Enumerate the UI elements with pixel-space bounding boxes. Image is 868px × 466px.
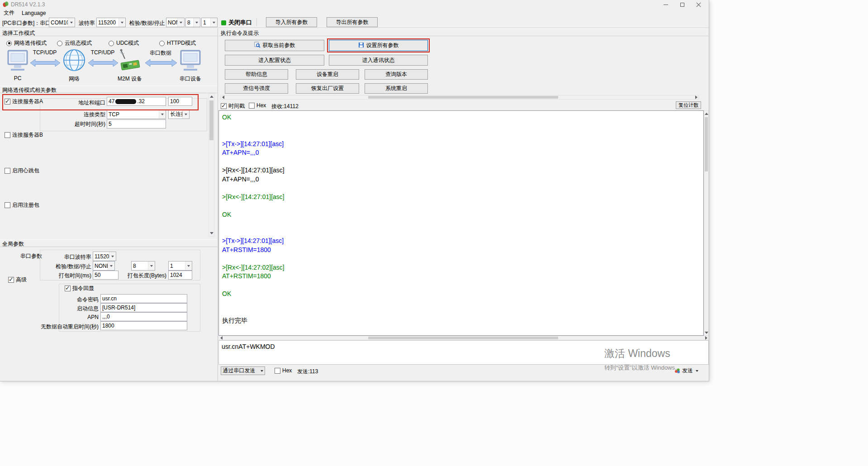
g-baud-select[interactable]: 115200 (93, 252, 116, 261)
address-prefix: 47 (109, 98, 114, 105)
scroll-up-icon[interactable] (209, 94, 214, 100)
mode-net-transparent-radio[interactable]: 网络透传模式 (6, 39, 47, 47)
log-line: OK (222, 210, 700, 219)
send-input[interactable]: usr.cnAT+WKMOD (218, 340, 709, 365)
idle-restart-input[interactable] (100, 321, 187, 330)
checkbox-icon (5, 202, 10, 208)
serial-open-led-icon (221, 20, 226, 25)
factory-reset-button[interactable]: 恢复出厂设置 (296, 83, 359, 94)
device-restart-button[interactable]: 设备重启 (296, 69, 359, 80)
global-params-area: 串口参数 串口波特率 115200 检验/数据/停止 NONE 8 1 打包时间… (0, 247, 218, 381)
scroll-down-icon[interactable] (704, 330, 708, 335)
log-line: 执行完毕 (222, 316, 700, 325)
scrollbar-thumb[interactable] (368, 337, 558, 339)
set-params-button[interactable]: 设置所有参数 (329, 40, 428, 51)
pack-time-label: 打包时间(ms) (44, 272, 91, 280)
chevron-down-icon (261, 370, 263, 373)
scrollbar-thumb[interactable] (705, 117, 708, 171)
minimize-button[interactable] (658, 0, 674, 9)
echo-label: 指令回显 (72, 285, 94, 292)
server-a-checkbox[interactable]: 连接服务器A (5, 98, 43, 105)
chevron-down-icon (119, 18, 125, 27)
scrollbar-thumb[interactable] (368, 96, 558, 99)
export-all-params-button[interactable]: 导出所有参数 (327, 17, 378, 27)
toolbar-separator (256, 18, 257, 26)
conn-mode-select[interactable]: 长连接 (168, 109, 190, 119)
g-stopbits-select[interactable]: 1 (168, 261, 192, 271)
query-version-button[interactable]: 查询版本 (365, 69, 428, 80)
g-pds-label: 检验/数据/停止 (40, 263, 91, 271)
pc-serial-label: [PC串口参数]：串口号 (2, 20, 56, 26)
hex-send-checkbox[interactable]: Hex (275, 367, 292, 374)
menu-language[interactable]: Language (22, 10, 46, 16)
scroll-down-icon[interactable] (209, 230, 214, 236)
echo-checkbox[interactable]: 指令回显 (63, 285, 95, 292)
scroll-left-icon[interactable] (219, 336, 223, 340)
left-panel-scrollbar[interactable] (209, 93, 214, 237)
stopbits-select[interactable]: 1 (201, 18, 218, 27)
log-vscrollbar[interactable] (704, 110, 709, 336)
server-a-address-input[interactable]: 47 .32 (107, 97, 166, 106)
chevron-down-icon (182, 110, 189, 119)
boot-msg-input[interactable] (100, 303, 187, 312)
timestamp-label: 时间戳 (228, 102, 245, 110)
timeout-input[interactable] (107, 119, 166, 128)
log-line: >[Tx->][14:27:01][asc] (222, 237, 700, 246)
system-restart-button[interactable]: 系统重启 (365, 83, 428, 94)
pack-time-input[interactable] (93, 271, 119, 280)
scroll-right-icon[interactable] (704, 336, 708, 340)
com-port-select[interactable]: COM10 (49, 18, 75, 27)
help-info-button[interactable]: 帮助信息 (225, 69, 288, 80)
checkbox-icon (5, 168, 10, 174)
close-serial-button[interactable]: 关闭串口 (221, 19, 252, 27)
import-all-params-button[interactable]: 导入所有参数 (266, 17, 317, 27)
chevron-down-icon (696, 370, 698, 373)
register-packet-checkbox[interactable]: 启用注册包 (5, 201, 39, 209)
import-all-label: 导入所有参数 (275, 19, 308, 26)
g-stopbits-value: 1 (169, 263, 185, 269)
close-button[interactable] (690, 0, 707, 9)
timestamp-checkbox[interactable]: 时间戳 (221, 102, 245, 110)
log-line (222, 122, 700, 131)
g-parity-select[interactable]: NONE (93, 261, 115, 271)
baud-select[interactable]: 115200 (96, 18, 126, 27)
command-hscrollbar[interactable] (220, 95, 699, 100)
log-line (222, 219, 700, 228)
parity-select[interactable]: NONI (166, 18, 185, 27)
server-b-checkbox[interactable]: 连接服务器B (5, 131, 43, 139)
pack-len-input[interactable] (168, 271, 192, 280)
device-restart-label: 设备重启 (317, 71, 338, 78)
mode-cloud-radio[interactable]: 云组态模式 (57, 39, 92, 47)
scroll-right-icon[interactable] (694, 95, 698, 99)
menu-file[interactable]: 文件 (4, 9, 14, 17)
send-button[interactable]: 发送 (674, 367, 698, 375)
cmd-password-input[interactable] (100, 294, 187, 303)
chevron-down-icon (108, 262, 114, 270)
log-hscrollbar[interactable] (218, 336, 709, 340)
query-signal-button[interactable]: 查信号强度 (225, 83, 288, 94)
idle-restart-label: 无数据自动重启时间(秒) (27, 323, 99, 331)
enter-config-button[interactable]: 进入配置状态 (225, 55, 324, 66)
log-area[interactable]: OK >[Tx->][14:27:01][asc]AT+APN=,,,0 >[R… (218, 110, 704, 336)
g-databits-select[interactable]: 8 (131, 261, 155, 271)
get-params-button[interactable]: 获取当前参数 (225, 40, 324, 51)
scroll-left-icon[interactable] (221, 95, 225, 99)
apn-input[interactable] (100, 312, 187, 321)
work-mode-section-header: 选择工作模式 (0, 29, 218, 36)
reset-count-button[interactable]: 复位计数 (676, 101, 701, 109)
radio-icon (159, 41, 165, 46)
enter-comm-button[interactable]: 进入通讯状态 (329, 55, 428, 66)
hex-recv-checkbox[interactable]: Hex (249, 102, 266, 109)
heartbeat-checkbox[interactable]: 启用心跳包 (5, 167, 39, 175)
maximize-button[interactable] (674, 0, 690, 9)
mode-httpd-radio[interactable]: HTTPD模式 (159, 39, 196, 47)
scroll-up-icon[interactable] (704, 111, 708, 116)
databits-select[interactable]: 8 (185, 18, 200, 27)
send-mode-dropdown[interactable]: 通过串口发送 (221, 366, 265, 375)
scrollbar-thumb[interactable] (209, 100, 213, 140)
m2m-device-icon (119, 48, 142, 75)
advanced-checkbox[interactable]: 高级 (8, 276, 27, 284)
conn-type-select[interactable]: TCP (107, 109, 166, 119)
server-a-port-input[interactable] (168, 97, 192, 106)
mode-udc-radio[interactable]: UDC模式 (109, 39, 139, 47)
